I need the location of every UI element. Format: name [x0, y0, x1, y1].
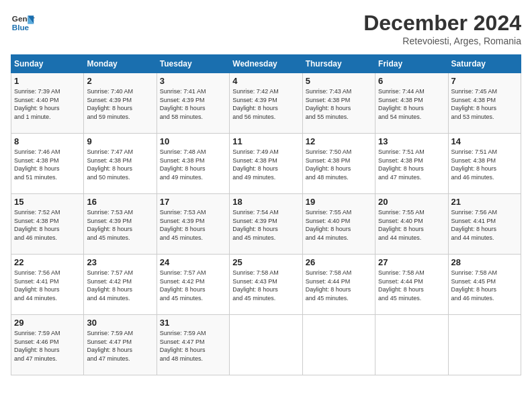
day-info: Sunrise: 7:46 AMSunset: 4:38 PMDaylight:… — [14, 148, 81, 181]
calendar-day-cell: 6Sunrise: 7:44 AMSunset: 4:38 PMDaylight… — [375, 73, 448, 134]
day-number: 27 — [378, 257, 445, 267]
day-of-week-header: Friday — [375, 55, 448, 73]
day-info: Sunrise: 7:42 AMSunset: 4:39 PMDaylight:… — [232, 87, 299, 121]
day-number: 16 — [87, 197, 153, 207]
day-number: 25 — [232, 257, 299, 267]
day-info: Sunrise: 7:55 AMSunset: 4:40 PMDaylight:… — [306, 208, 372, 242]
calendar-day-cell: 17Sunrise: 7:53 AMSunset: 4:39 PMDayligh… — [157, 194, 229, 255]
day-number: 7 — [451, 76, 518, 86]
svg-text:Blue: Blue — [12, 23, 30, 32]
calendar-day-cell: 27Sunrise: 7:58 AMSunset: 4:44 PMDayligh… — [375, 255, 448, 315]
day-number: 8 — [14, 136, 81, 146]
day-info: Sunrise: 7:53 AMSunset: 4:39 PMDaylight:… — [160, 208, 226, 242]
day-info: Sunrise: 7:58 AMSunset: 4:44 PMDaylight:… — [306, 269, 372, 302]
calendar-day-cell: 8Sunrise: 7:46 AMSunset: 4:38 PMDaylight… — [11, 134, 84, 194]
calendar-day-cell: 5Sunrise: 7:43 AMSunset: 4:38 PMDaylight… — [302, 73, 375, 134]
calendar-header-row: SundayMondayTuesdayWednesdayThursdayFrid… — [11, 55, 521, 73]
day-number: 28 — [451, 257, 518, 267]
day-number: 12 — [306, 136, 372, 146]
calendar-day-cell: 13Sunrise: 7:51 AMSunset: 4:38 PMDayligh… — [375, 134, 448, 194]
calendar-day-cell: 11Sunrise: 7:49 AMSunset: 4:38 PMDayligh… — [230, 134, 302, 194]
calendar-day-cell: 28Sunrise: 7:58 AMSunset: 4:45 PMDayligh… — [448, 255, 521, 315]
day-number: 11 — [232, 136, 299, 146]
calendar-table: SundayMondayTuesdayWednesdayThursdayFrid… — [11, 54, 521, 375]
day-info: Sunrise: 7:55 AMSunset: 4:40 PMDaylight:… — [378, 208, 445, 242]
day-info: Sunrise: 7:56 AMSunset: 4:41 PMDaylight:… — [451, 208, 518, 242]
logo-icon: General Blue — [11, 11, 35, 35]
day-number: 18 — [232, 197, 299, 207]
calendar-day-cell: 15Sunrise: 7:52 AMSunset: 4:38 PMDayligh… — [11, 194, 84, 255]
day-info: Sunrise: 7:43 AMSunset: 4:38 PMDaylight:… — [306, 87, 372, 121]
calendar-day-cell: 18Sunrise: 7:54 AMSunset: 4:39 PMDayligh… — [230, 194, 302, 255]
day-info: Sunrise: 7:50 AMSunset: 4:38 PMDaylight:… — [306, 148, 372, 181]
calendar-day-cell: 2Sunrise: 7:40 AMSunset: 4:39 PMDaylight… — [84, 73, 157, 134]
calendar-week-row: 22Sunrise: 7:56 AMSunset: 4:41 PMDayligh… — [11, 255, 521, 315]
title-section: December 2024 Retevoiesti, Arges, Romani… — [363, 11, 521, 46]
day-of-week-header: Saturday — [448, 55, 521, 73]
calendar-day-cell: 26Sunrise: 7:58 AMSunset: 4:44 PMDayligh… — [302, 255, 375, 315]
calendar-day-cell: 7Sunrise: 7:45 AMSunset: 4:38 PMDaylight… — [448, 73, 521, 134]
calendar-day-cell: 23Sunrise: 7:57 AMSunset: 4:42 PMDayligh… — [84, 255, 157, 315]
day-number: 29 — [14, 318, 81, 328]
day-number: 22 — [14, 257, 81, 267]
day-number: 9 — [87, 136, 153, 146]
day-number: 21 — [451, 197, 518, 207]
day-info: Sunrise: 7:47 AMSunset: 4:38 PMDaylight:… — [87, 148, 153, 181]
day-number: 15 — [14, 197, 81, 207]
day-info: Sunrise: 7:58 AMSunset: 4:44 PMDaylight:… — [378, 269, 445, 302]
calendar-week-row: 29Sunrise: 7:59 AMSunset: 4:46 PMDayligh… — [11, 315, 521, 375]
day-info: Sunrise: 7:40 AMSunset: 4:39 PMDaylight:… — [87, 87, 153, 121]
page-header: General Blue December 2024 Retevoiesti, … — [11, 11, 521, 46]
day-info: Sunrise: 7:52 AMSunset: 4:38 PMDaylight:… — [14, 208, 81, 242]
location-subtitle: Retevoiesti, Arges, Romania — [363, 36, 521, 46]
day-number: 5 — [306, 76, 372, 86]
day-number: 3 — [160, 76, 226, 86]
day-number: 23 — [87, 257, 153, 267]
calendar-day-cell: 21Sunrise: 7:56 AMSunset: 4:41 PMDayligh… — [448, 194, 521, 255]
day-number: 31 — [160, 318, 226, 328]
day-info: Sunrise: 7:44 AMSunset: 4:38 PMDaylight:… — [378, 87, 445, 121]
day-number: 4 — [232, 76, 299, 86]
calendar-day-cell: 14Sunrise: 7:51 AMSunset: 4:38 PMDayligh… — [448, 134, 521, 194]
day-number: 1 — [14, 76, 81, 86]
day-number: 2 — [87, 76, 153, 86]
day-info: Sunrise: 7:57 AMSunset: 4:42 PMDaylight:… — [87, 269, 153, 302]
day-info: Sunrise: 7:58 AMSunset: 4:45 PMDaylight:… — [451, 269, 518, 302]
day-number: 17 — [160, 197, 226, 207]
calendar-day-cell: 4Sunrise: 7:42 AMSunset: 4:39 PMDaylight… — [230, 73, 302, 134]
day-info: Sunrise: 7:56 AMSunset: 4:41 PMDaylight:… — [14, 269, 81, 302]
day-info: Sunrise: 7:59 AMSunset: 4:47 PMDaylight:… — [87, 329, 153, 363]
day-info: Sunrise: 7:41 AMSunset: 4:39 PMDaylight:… — [160, 87, 226, 121]
calendar-day-cell: 19Sunrise: 7:55 AMSunset: 4:40 PMDayligh… — [302, 194, 375, 255]
calendar-day-cell — [230, 315, 302, 375]
calendar-day-cell: 3Sunrise: 7:41 AMSunset: 4:39 PMDaylight… — [157, 73, 229, 134]
calendar-day-cell — [448, 315, 521, 375]
calendar-day-cell: 10Sunrise: 7:48 AMSunset: 4:38 PMDayligh… — [157, 134, 229, 194]
day-info: Sunrise: 7:58 AMSunset: 4:43 PMDaylight:… — [232, 269, 299, 302]
day-info: Sunrise: 7:59 AMSunset: 4:46 PMDaylight:… — [14, 329, 81, 363]
day-number: 30 — [87, 318, 153, 328]
day-info: Sunrise: 7:54 AMSunset: 4:39 PMDaylight:… — [232, 208, 299, 242]
day-info: Sunrise: 7:45 AMSunset: 4:38 PMDaylight:… — [451, 87, 518, 121]
day-info: Sunrise: 7:49 AMSunset: 4:38 PMDaylight:… — [232, 148, 299, 181]
day-number: 19 — [306, 197, 372, 207]
day-info: Sunrise: 7:51 AMSunset: 4:38 PMDaylight:… — [451, 148, 518, 181]
calendar-day-cell: 22Sunrise: 7:56 AMSunset: 4:41 PMDayligh… — [11, 255, 84, 315]
day-of-week-header: Sunday — [11, 55, 84, 73]
calendar-week-row: 1Sunrise: 7:39 AMSunset: 4:40 PMDaylight… — [11, 73, 521, 134]
calendar-day-cell: 24Sunrise: 7:57 AMSunset: 4:42 PMDayligh… — [157, 255, 229, 315]
month-year-title: December 2024 — [363, 11, 521, 36]
calendar-day-cell: 9Sunrise: 7:47 AMSunset: 4:38 PMDaylight… — [84, 134, 157, 194]
calendar-week-row: 8Sunrise: 7:46 AMSunset: 4:38 PMDaylight… — [11, 134, 521, 194]
calendar-day-cell — [375, 315, 448, 375]
day-info: Sunrise: 7:53 AMSunset: 4:39 PMDaylight:… — [87, 208, 153, 242]
day-info: Sunrise: 7:39 AMSunset: 4:40 PMDaylight:… — [14, 87, 81, 121]
day-of-week-header: Monday — [84, 55, 157, 73]
day-info: Sunrise: 7:57 AMSunset: 4:42 PMDaylight:… — [160, 269, 226, 302]
day-of-week-header: Wednesday — [230, 55, 302, 73]
day-info: Sunrise: 7:51 AMSunset: 4:38 PMDaylight:… — [378, 148, 445, 181]
calendar-day-cell: 1Sunrise: 7:39 AMSunset: 4:40 PMDaylight… — [11, 73, 84, 134]
day-of-week-header: Tuesday — [157, 55, 229, 73]
calendar-day-cell: 16Sunrise: 7:53 AMSunset: 4:39 PMDayligh… — [84, 194, 157, 255]
day-number: 20 — [378, 197, 445, 207]
